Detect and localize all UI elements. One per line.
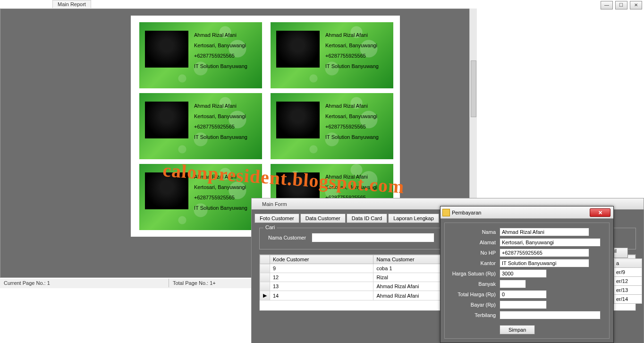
rightcol-cell: er/14 bbox=[614, 295, 642, 304]
tab-data-customer[interactable]: Data Customer bbox=[300, 214, 346, 223]
cell-kode[interactable]: 12 bbox=[270, 273, 373, 282]
rightcol-header: a bbox=[614, 258, 642, 268]
photo bbox=[145, 172, 188, 209]
lbl-nama: Nama bbox=[450, 229, 496, 235]
grid-corner bbox=[260, 255, 270, 264]
tab-data-id-card[interactable]: Data ID Card bbox=[347, 214, 387, 223]
search-label: Nama Customer bbox=[268, 235, 306, 240]
input-kantor[interactable] bbox=[500, 259, 589, 267]
dialog-close-button[interactable]: ✕ bbox=[590, 208, 610, 217]
input-harga[interactable] bbox=[500, 269, 547, 278]
cell-kode[interactable]: 14 bbox=[270, 291, 373, 300]
lbl-terbilang: Terbilang bbox=[450, 312, 496, 318]
lbl-banyak: Banyak bbox=[450, 281, 496, 287]
lbl-hp: No HP bbox=[450, 250, 496, 256]
rightcol-cell: er/13 bbox=[614, 286, 642, 295]
input-nama[interactable] bbox=[500, 228, 589, 236]
pembayaran-dialog: Pembayaran ✕ Nama Alamat No HP Kantor Ha… bbox=[440, 206, 614, 343]
row-header: ▶ bbox=[260, 291, 270, 300]
rightcol-cell: er/12 bbox=[614, 277, 642, 286]
photo bbox=[276, 102, 320, 138]
input-terbilang[interactable] bbox=[500, 311, 601, 319]
status-current-page: Current Page No.: 1 bbox=[0, 279, 54, 287]
mainform-title-text: Main Form bbox=[262, 201, 287, 207]
id-card: Ahmad Rizal AfaniKertosari, Banyuwangi+6… bbox=[271, 22, 393, 88]
id-card: Ahmad Rizal AfaniKertosari, Banyuwangi+6… bbox=[271, 93, 393, 159]
id-card: Ahmad Rizal AfaniKertosari, Banyuwangi+6… bbox=[139, 22, 262, 88]
tab-laporan-lengkap[interactable]: Laporan Lengkap bbox=[388, 214, 439, 223]
id-card: Ahmad Rizal AfaniKertosari, Banyuwangi+6… bbox=[139, 93, 262, 159]
input-banyak[interactable] bbox=[500, 280, 526, 288]
photo bbox=[145, 31, 188, 68]
tab-foto-customer[interactable]: Foto Customer bbox=[254, 214, 299, 223]
photo bbox=[276, 31, 320, 68]
rightcol-cell: er/9 bbox=[614, 268, 642, 277]
photo bbox=[145, 102, 188, 138]
dialog-body: Nama Alamat No HP Kantor Harga Satuan (R… bbox=[444, 223, 610, 339]
id-card: Ahmad Rizal AfaniKertosari, Banyuwangi+6… bbox=[139, 164, 262, 230]
minimize-button[interactable]: — bbox=[601, 1, 613, 9]
dialog-title-text: Pembayaran bbox=[452, 210, 481, 215]
row-header bbox=[260, 282, 270, 291]
row-header bbox=[260, 264, 270, 273]
app-icon bbox=[442, 209, 450, 216]
cell-kode[interactable]: 9 bbox=[270, 264, 373, 273]
dialog-titlebar[interactable]: Pembayaran ✕ bbox=[441, 206, 613, 219]
groupbox-label: Cari bbox=[263, 224, 277, 230]
col-kode[interactable]: Kode Customer bbox=[270, 255, 373, 264]
search-input[interactable] bbox=[312, 233, 434, 242]
scrollbar-thumb[interactable] bbox=[471, 60, 476, 117]
lbl-total: Total Harga (Rp) bbox=[450, 292, 496, 297]
input-alamat[interactable] bbox=[500, 238, 601, 247]
right-button-fragment[interactable]: il bbox=[614, 248, 628, 258]
input-hp[interactable] bbox=[500, 249, 589, 257]
input-bayar[interactable] bbox=[500, 300, 547, 309]
row-header bbox=[260, 273, 270, 282]
maximize-button[interactable]: ☐ bbox=[615, 1, 627, 9]
parent-window-controls: — ☐ ✕ bbox=[600, 1, 642, 9]
save-button[interactable]: Simpan bbox=[500, 325, 535, 334]
right-column-fragment: a er/9 er/12 er/13 er/14 bbox=[614, 258, 642, 304]
status-total-page: Total Page No.: 1+ bbox=[169, 279, 220, 287]
lbl-kantor: Kantor bbox=[450, 260, 496, 266]
lbl-bayar: Bayar (Rp) bbox=[450, 302, 496, 308]
lbl-harga: Harga Satuan (Rp) bbox=[450, 271, 496, 276]
report-tab-main[interactable]: Main Report bbox=[52, 0, 91, 8]
cell-kode[interactable]: 13 bbox=[270, 282, 373, 291]
lbl-alamat: Alamat bbox=[450, 240, 496, 245]
input-total[interactable] bbox=[500, 290, 547, 299]
close-button[interactable]: ✕ bbox=[630, 1, 642, 9]
